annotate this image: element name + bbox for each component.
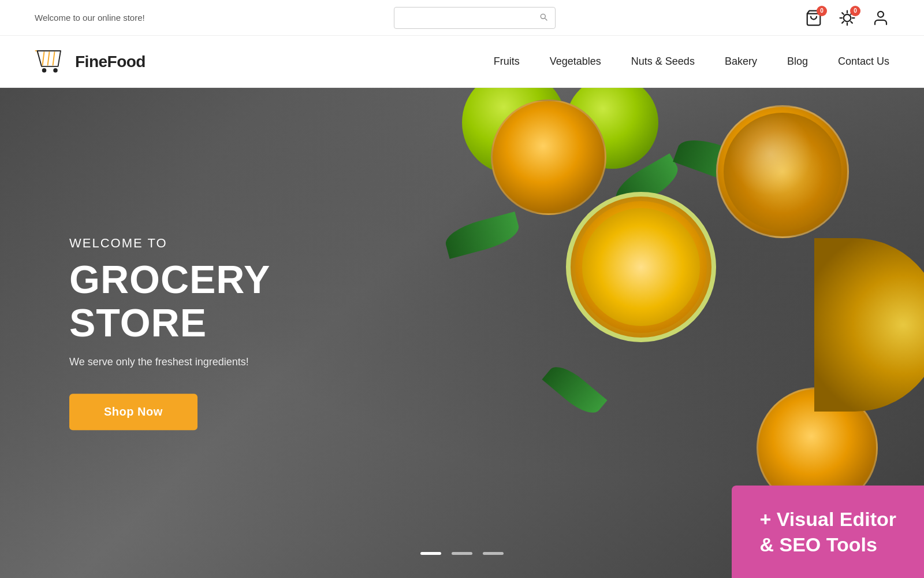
- hero-title: GROCERY STORE: [69, 258, 416, 344]
- logo-icon: [35, 49, 69, 75]
- slider-dot-1[interactable]: [420, 552, 441, 555]
- passion-fruit-center: [566, 192, 716, 342]
- hero-content: WELCOME TO GROCERY STORE We serve only t…: [69, 236, 416, 430]
- search-icon: [539, 12, 548, 21]
- slider-dot-2[interactable]: [452, 552, 472, 555]
- user-icon: [872, 9, 889, 27]
- nav-link-fruits[interactable]: Fruits: [494, 55, 520, 67]
- shop-now-button[interactable]: Shop Now: [69, 394, 198, 430]
- svg-point-6: [53, 68, 58, 72]
- svg-point-5: [42, 68, 47, 72]
- slider-dots: [420, 552, 504, 555]
- top-bar-icons: 0 0: [805, 9, 889, 27]
- svg-line-2: [43, 51, 44, 65]
- hero-description: We serve only the freshest ingredients!: [69, 356, 416, 368]
- svg-point-1: [878, 11, 884, 17]
- passion-fruit-right: [814, 238, 924, 412]
- glass-cup-2: [491, 99, 606, 215]
- logo-area[interactable]: FineFood: [35, 49, 146, 75]
- cart-icon-wrapper[interactable]: 0: [805, 9, 822, 27]
- visual-editor-line1: + Visual Editor: [759, 508, 896, 530]
- compare-icon-wrapper[interactable]: 0: [839, 9, 856, 27]
- slider-dot-3[interactable]: [483, 552, 504, 555]
- compare-badge: 0: [850, 6, 860, 16]
- welcome-text: Welcome to our online store!: [35, 13, 145, 23]
- hero-subtitle: WELCOME TO: [69, 236, 416, 251]
- svg-line-3: [48, 51, 50, 65]
- visual-editor-badge: + Visual Editor & SEO Tools: [732, 486, 924, 578]
- nav-bar: FineFood Fruits Vegetables Nuts & Seeds …: [0, 36, 924, 88]
- cart-badge: 0: [817, 6, 827, 16]
- glass-cup-1: [716, 105, 849, 238]
- leaf-3: [442, 212, 523, 259]
- nav-link-nuts-seeds[interactable]: Nuts & Seeds: [631, 55, 695, 67]
- search-container[interactable]: [394, 7, 556, 29]
- search-button[interactable]: [539, 12, 548, 23]
- nav-link-bakery[interactable]: Bakery: [725, 55, 757, 67]
- top-bar: Welcome to our online store! 0 0: [0, 0, 924, 36]
- nav-link-contact-us[interactable]: Contact Us: [838, 55, 889, 67]
- search-input[interactable]: [401, 13, 539, 23]
- svg-line-4: [53, 51, 55, 65]
- nav-link-blog[interactable]: Blog: [787, 55, 808, 67]
- visual-editor-line2: & SEO Tools: [759, 533, 877, 555]
- svg-point-0: [844, 14, 851, 21]
- nav-link-vegetables[interactable]: Vegetables: [550, 55, 601, 67]
- nav-links: Fruits Vegetables Nuts & Seeds Bakery Bl…: [494, 55, 889, 68]
- leaf-4: [542, 360, 607, 420]
- hero-section: WELCOME TO GROCERY STORE We serve only t…: [0, 88, 924, 578]
- logo-text: FineFood: [75, 53, 146, 71]
- user-icon-wrapper[interactable]: [872, 9, 889, 27]
